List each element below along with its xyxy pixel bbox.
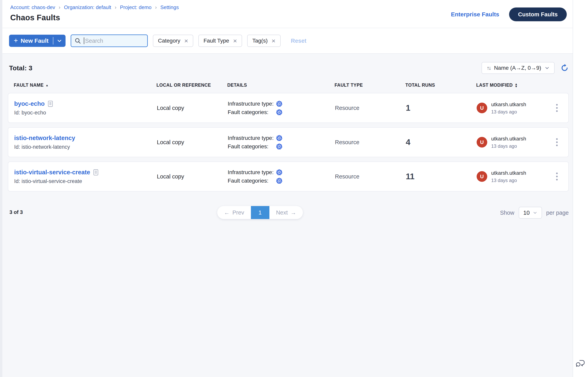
table-row: byoc-echo Id: byoc-echo Local copy Infra… — [8, 93, 569, 123]
breadcrumb-settings[interactable]: Settings — [160, 4, 179, 11]
copy-document-icon[interactable] — [93, 169, 98, 176]
column-header-local-or-reference: LOCAL OR REFERENCE — [157, 82, 227, 88]
infrastructure-type-label: Infrastructure type: — [228, 169, 276, 176]
fault-id: Id: istio-network-latency — [14, 144, 157, 150]
column-header-fault-name[interactable]: FAULT NAME ▲ — [14, 82, 157, 88]
row-menu-button[interactable] — [554, 102, 559, 113]
filter-chip-fault-type[interactable]: Fault Type × — [198, 35, 242, 47]
kubernetes-icon — [276, 143, 283, 150]
filter-chip-label: Tag(s) — [252, 38, 268, 44]
close-icon[interactable]: × — [271, 37, 275, 44]
breadcrumb-organization[interactable]: Organization: default — [64, 4, 111, 11]
avatar: U — [477, 103, 487, 113]
page-header: Account: chaos-dev › Organization: defau… — [2, 0, 573, 28]
fault-type-cell: Resource — [335, 105, 406, 111]
details-cell: Infrastructure type: Fault categories: — [228, 168, 335, 185]
modified-by: utkarsh.utkarsh — [491, 101, 526, 107]
modified-by: utkarsh.utkarsh — [491, 170, 526, 176]
modified-by: utkarsh.utkarsh — [491, 136, 526, 142]
next-label: Next — [276, 209, 288, 216]
table-header-row: FAULT NAME ▲ LOCAL OR REFERENCE DETAILS … — [8, 82, 569, 88]
page-size-value: 10 — [523, 210, 530, 216]
avatar: U — [477, 171, 487, 182]
modified-when: 13 days ago — [491, 178, 526, 183]
fault-categories-label: Fault categories: — [228, 143, 276, 150]
total-runs-cell: 11 — [406, 172, 477, 181]
total-runs-cell: 1 — [406, 103, 477, 113]
kubernetes-icon — [276, 135, 283, 141]
close-icon[interactable]: × — [233, 37, 237, 44]
search-input[interactable] — [85, 38, 144, 44]
pager: ← Prev 1 Next → — [217, 206, 303, 219]
sort-dropdown[interactable]: ↑↓ Name (A→Z, 0→9) — [482, 62, 554, 74]
totals-row: Total: 3 ↑↓ Name (A→Z, 0→9) — [8, 62, 569, 74]
prev-page-button[interactable]: ← Prev — [217, 206, 251, 219]
resource-center-button[interactable] — [576, 359, 586, 370]
total-runs-cell: 4 — [406, 138, 477, 147]
left-edge-strip — [0, 0, 2, 377]
fault-type-cell: Resource — [335, 173, 406, 180]
fault-list: byoc-echo Id: byoc-echo Local copy Infra… — [8, 93, 569, 191]
kubernetes-icon — [276, 109, 283, 116]
pagination-row: 3 of 3 ← Prev 1 Next → Show 10 — [8, 206, 569, 222]
row-menu-button[interactable] — [554, 171, 559, 182]
infrastructure-type-label: Infrastructure type: — [228, 101, 276, 107]
pagination-range: 3 of 3 — [10, 209, 23, 215]
fault-id: Id: byoc-echo — [14, 110, 157, 116]
prev-label: Prev — [232, 209, 244, 216]
column-header-details: DETAILS — [227, 82, 335, 88]
breadcrumb-account[interactable]: Account: chaos-dev — [10, 4, 55, 11]
page-1-button[interactable]: 1 — [251, 206, 269, 219]
chevron-down-icon — [533, 211, 537, 215]
new-fault-button[interactable]: + New Fault — [9, 35, 53, 47]
last-modified-cell: U utkarsh.utkarsh 13 days ago — [477, 170, 551, 183]
filter-chip-tags[interactable]: Tag(s) × — [247, 35, 281, 47]
filter-chip-label: Category — [158, 38, 181, 44]
triangle-down-icon: ▼ — [515, 85, 518, 88]
text-caret — [84, 37, 84, 44]
chaos-faults-page: Account: chaos-dev › Organization: defau… — [0, 0, 588, 377]
kubernetes-icon — [276, 177, 283, 184]
sort-updown-icon: ↑↓ — [487, 65, 490, 71]
copy-document-icon[interactable] — [48, 100, 53, 107]
row-menu-button[interactable] — [554, 137, 559, 148]
refresh-button[interactable] — [560, 64, 569, 72]
last-modified-cell: U utkarsh.utkarsh 13 days ago — [477, 136, 551, 149]
fault-name-link[interactable]: istio-virtual-service-create — [14, 169, 90, 176]
plus-icon: + — [14, 37, 18, 44]
content-area: Total: 3 ↑↓ Name (A→Z, 0→9) — [2, 54, 573, 377]
search-box — [71, 35, 148, 47]
main-area: Account: chaos-dev › Organization: defau… — [2, 0, 573, 377]
page-size-dropdown[interactable]: 10 — [519, 207, 542, 219]
per-page-label: per page — [546, 210, 569, 216]
filter-chip-category[interactable]: Category × — [153, 35, 193, 47]
column-header-last-modified[interactable]: LAST MODIFIED ▲ ▼ — [476, 82, 551, 88]
chevron-down-icon — [57, 38, 62, 43]
custom-faults-button[interactable]: Custom Faults — [509, 8, 567, 21]
column-label: FAULT NAME — [14, 82, 44, 88]
table-row: istio-virtual-service-create Id: istio-v… — [8, 162, 569, 191]
refresh-icon — [560, 64, 569, 72]
infrastructure-type-label: Infrastructure type: — [228, 135, 276, 141]
fault-name-link[interactable]: istio-network-latency — [14, 135, 75, 142]
new-fault-split-button: + New Fault — [9, 35, 66, 47]
local-or-reference-cell: Local copy — [157, 105, 228, 111]
enterprise-faults-link[interactable]: Enterprise Faults — [451, 11, 499, 18]
chat-bubbles-icon — [576, 359, 586, 369]
search-icon — [74, 37, 81, 44]
fault-name-cell: byoc-echo Id: byoc-echo — [14, 100, 157, 116]
column-header-fault-type: FAULT TYPE — [335, 82, 405, 88]
page-size-control: Show 10 per page — [500, 207, 569, 219]
reset-filters-button[interactable]: Reset — [291, 38, 306, 44]
column-label: TOTAL RUNS — [405, 82, 435, 88]
close-icon[interactable]: × — [184, 37, 188, 44]
next-page-button[interactable]: Next → — [269, 206, 303, 219]
breadcrumb-project[interactable]: Project: demo — [120, 4, 152, 11]
total-count: Total: 3 — [9, 64, 32, 72]
right-rail — [573, 0, 588, 377]
modified-when: 13 days ago — [491, 109, 526, 115]
fault-name-link[interactable]: byoc-echo — [14, 100, 45, 107]
filter-chip-label: Fault Type — [204, 38, 229, 44]
column-label: FAULT TYPE — [335, 82, 363, 88]
new-fault-dropdown-button[interactable] — [53, 35, 66, 47]
